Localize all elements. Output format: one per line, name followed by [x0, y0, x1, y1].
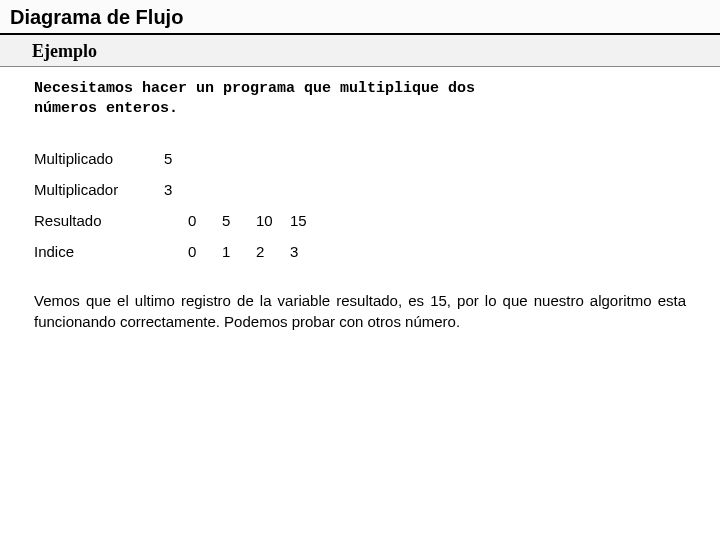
statement-line-2: números enteros.	[34, 99, 686, 119]
row-multiplicado: Multiplicado 5	[34, 150, 686, 167]
title-bar: Diagrama de Flujo	[0, 0, 720, 35]
subtitle-bar: Ejemplo	[0, 35, 720, 67]
row-indice: Indice 0 1 2 3	[34, 243, 686, 260]
label-resultado: Resultado	[34, 212, 164, 229]
label-multiplicado: Multiplicado	[34, 150, 164, 167]
indice-2: 2	[256, 243, 290, 260]
statement-line-1: Necesitamos hacer un programa que multip…	[34, 79, 686, 99]
seq-resultado: 0 5 10 15	[188, 212, 324, 229]
indice-1: 1	[222, 243, 256, 260]
indice-0: 0	[188, 243, 222, 260]
label-multiplicador: Multiplicador	[34, 181, 164, 198]
resultado-0: 0	[188, 212, 222, 229]
page-title: Diagrama de Flujo	[10, 6, 710, 29]
closing-paragraph: Vemos que el ultimo registro de la varia…	[34, 290, 686, 334]
resultado-1: 5	[222, 212, 256, 229]
row-resultado: Resultado 0 5 10 15	[34, 212, 686, 229]
indice-3: 3	[290, 243, 324, 260]
variables-block: Multiplicado 5 Multiplicador 3 Resultado…	[34, 150, 686, 260]
problem-statement: Necesitamos hacer un programa que multip…	[34, 79, 686, 120]
content-area: Necesitamos hacer un programa que multip…	[0, 67, 720, 333]
label-indice: Indice	[34, 243, 164, 260]
page-subtitle: Ejemplo	[32, 41, 710, 62]
value-multiplicador: 3	[164, 181, 198, 198]
resultado-2: 10	[256, 212, 290, 229]
row-multiplicador: Multiplicador 3	[34, 181, 686, 198]
resultado-3: 15	[290, 212, 324, 229]
seq-indice: 0 1 2 3	[188, 243, 324, 260]
value-multiplicado: 5	[164, 150, 198, 167]
